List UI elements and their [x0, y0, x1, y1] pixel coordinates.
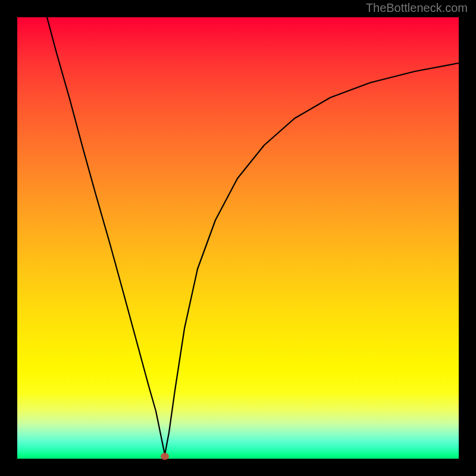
- curve-right-branch: [165, 63, 459, 455]
- watermark-text: TheBottleneck.com: [366, 1, 468, 15]
- chart-plot-area: [17, 17, 459, 459]
- curve-left-branch: [47, 17, 165, 455]
- bottleneck-curve: [17, 17, 459, 459]
- minimum-marker: [161, 453, 169, 460]
